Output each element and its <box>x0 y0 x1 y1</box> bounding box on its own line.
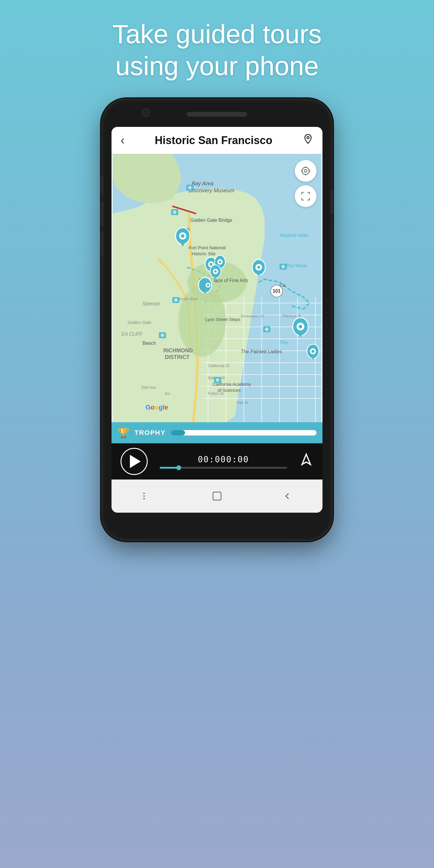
svg-point-0 <box>307 136 309 139</box>
svg-text:Divisadero St: Divisadero St <box>241 314 264 318</box>
timer-section: 00:000:00 <box>160 455 287 469</box>
map-controls <box>295 160 316 207</box>
android-home-button[interactable] <box>208 487 226 505</box>
svg-rect-107 <box>213 492 221 500</box>
phone-mute-button <box>101 175 104 193</box>
phone-volume-down-button <box>101 232 104 256</box>
headline-line2: using your phone <box>115 51 318 81</box>
svg-text:Bay Area: Bay Area <box>192 181 214 187</box>
svg-text:Spencer: Spencer <box>143 301 160 307</box>
svg-point-62 <box>281 265 285 269</box>
phone-volume-up-button <box>101 202 104 226</box>
svg-point-103 <box>302 167 309 175</box>
svg-text:101: 101 <box>273 288 281 293</box>
svg-point-92 <box>257 266 260 269</box>
android-back-button[interactable] <box>278 487 296 505</box>
headline-line1: Take guided tours <box>113 19 322 49</box>
svg-text:Oak St: Oak St <box>236 400 248 405</box>
back-button[interactable]: ‹ <box>121 133 124 147</box>
trophy-progress-bar <box>170 430 316 435</box>
svg-text:Lyon Street Steps: Lyon Street Steps <box>205 317 240 322</box>
map-svg: 101 Bay Area Discovery Museum Golden Gat… <box>112 154 322 422</box>
svg-text:lace of Fine Arts: lace of Fine Arts <box>214 278 248 283</box>
timer-progress-bar[interactable] <box>160 467 287 469</box>
svg-text:EA CLIFF: EA CLIFF <box>122 332 143 337</box>
svg-point-96 <box>299 325 302 329</box>
svg-text:Alcatraz Islan: Alcatraz Islan <box>280 233 308 238</box>
svg-text:Golden Gate: Golden Gate <box>127 320 151 325</box>
svg-point-54 <box>173 210 177 214</box>
headline: Take guided tours using your phone <box>88 18 346 82</box>
svg-text:The: The <box>280 340 288 345</box>
location-icon[interactable] <box>303 133 313 147</box>
map-area[interactable]: 101 Bay Area Discovery Museum Golden Gat… <box>112 154 322 422</box>
android-nav-bar <box>112 479 322 513</box>
svg-text:The Wave: The Wave <box>285 263 307 268</box>
svg-point-58 <box>161 333 164 337</box>
phone-screen: ‹ Historic San Francisco <box>112 127 322 513</box>
expand-button[interactable] <box>295 185 316 207</box>
svg-point-88 <box>207 284 209 286</box>
svg-text:Go: Go <box>165 391 170 396</box>
svg-point-100 <box>311 350 314 353</box>
play-button[interactable] <box>121 448 148 475</box>
app-header: ‹ Historic San Francisco <box>112 127 322 154</box>
gps-button[interactable] <box>295 160 316 182</box>
svg-point-80 <box>219 261 221 263</box>
app-title: Historic San Francisco <box>155 134 273 147</box>
svg-text:Ca: Ca <box>280 283 286 287</box>
svg-text:Fulton St: Fulton St <box>208 391 224 396</box>
media-controls: 00:000:00 <box>112 443 322 479</box>
svg-point-84 <box>214 270 217 273</box>
svg-point-102 <box>304 170 307 173</box>
timer-progress-fill <box>160 467 179 469</box>
trophy-icon: 🏆 <box>118 427 130 438</box>
svg-text:Fort Point National: Fort Point National <box>189 246 226 250</box>
android-menu-button[interactable] <box>138 487 156 505</box>
svg-text:The Painted Ladies: The Painted Ladies <box>241 349 282 354</box>
phone-speaker <box>187 112 247 117</box>
svg-point-64 <box>216 378 219 382</box>
svg-text:Beach: Beach <box>143 341 156 346</box>
svg-point-76 <box>210 263 213 266</box>
svg-text:Historic Site: Historic Site <box>192 251 216 256</box>
svg-text:Lincoln Blvd: Lincoln Blvd <box>177 297 198 301</box>
svg-text:25th Ave: 25th Ave <box>141 385 156 390</box>
svg-text:Golden Gate Bridge: Golden Gate Bridge <box>190 218 232 223</box>
timer-display: 00:000:00 <box>198 455 249 464</box>
svg-text:Google: Google <box>146 404 168 411</box>
svg-point-72 <box>181 234 184 238</box>
svg-text:DISTRICT: DISTRICT <box>165 354 190 361</box>
svg-text:California St: California St <box>208 364 229 368</box>
phone-mockup: ‹ Historic San Francisco <box>102 100 332 552</box>
svg-text:RICHMOND: RICHMOND <box>163 347 193 353</box>
svg-point-66 <box>188 186 192 190</box>
phone-power-button <box>330 190 333 214</box>
svg-text:Discovery Museum: Discovery Museum <box>189 187 234 193</box>
svg-point-60 <box>265 328 269 331</box>
navigation-button[interactable] <box>299 453 313 470</box>
trophy-bar: 🏆 TROPHY <box>112 422 322 443</box>
play-icon <box>130 455 141 468</box>
phone-camera <box>142 108 150 117</box>
timer-progress-dot <box>176 465 181 470</box>
trophy-label: TROPHY <box>134 429 166 437</box>
trophy-progress-fill <box>170 430 185 435</box>
phone-shell: ‹ Historic San Francisco <box>102 100 332 540</box>
svg-point-56 <box>174 299 178 302</box>
